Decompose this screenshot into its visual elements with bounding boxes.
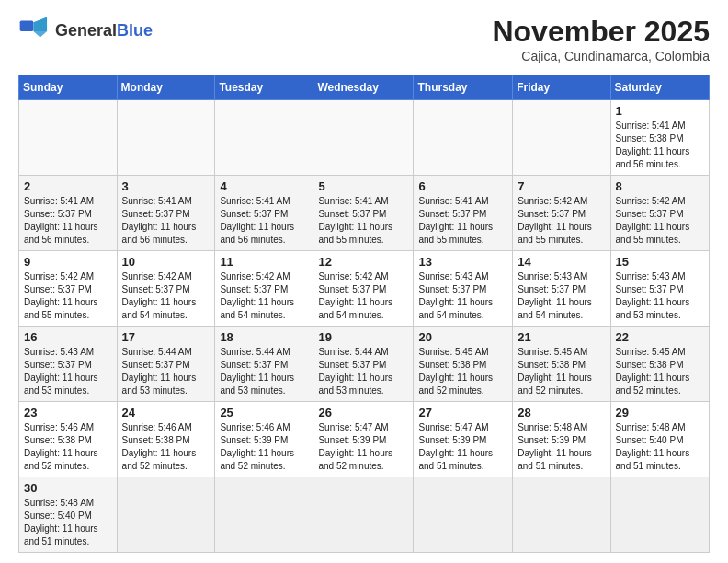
- calendar-cell: [215, 100, 313, 176]
- calendar-cell: [117, 100, 215, 176]
- calendar-body: 1Sunrise: 5:41 AM Sunset: 5:38 PM Daylig…: [19, 100, 710, 553]
- weekday-header-tuesday: Tuesday: [215, 75, 313, 100]
- day-number: 12: [318, 255, 408, 269]
- calendar-header: SundayMondayTuesdayWednesdayThursdayFrid…: [19, 75, 710, 100]
- calendar-week-4: 23Sunrise: 5:46 AM Sunset: 5:38 PM Dayli…: [19, 402, 710, 477]
- calendar-week-0: 1Sunrise: 5:41 AM Sunset: 5:38 PM Daylig…: [19, 100, 710, 176]
- calendar-cell: 27Sunrise: 5:47 AM Sunset: 5:39 PM Dayli…: [414, 402, 513, 477]
- svg-marker-2: [33, 31, 47, 38]
- title-block: November 2025 Cajica, Cundinamarca, Colo…: [492, 15, 710, 63]
- day-number: 1: [616, 104, 704, 118]
- calendar-cell: 4Sunrise: 5:41 AM Sunset: 5:37 PM Daylig…: [215, 176, 313, 251]
- day-number: 30: [24, 481, 112, 495]
- day-info: Sunrise: 5:45 AM Sunset: 5:38 PM Dayligh…: [418, 346, 507, 397]
- calendar-cell: 24Sunrise: 5:46 AM Sunset: 5:38 PM Dayli…: [117, 402, 215, 477]
- day-info: Sunrise: 5:43 AM Sunset: 5:37 PM Dayligh…: [518, 270, 605, 322]
- calendar-cell: 3Sunrise: 5:41 AM Sunset: 5:37 PM Daylig…: [117, 176, 215, 251]
- calendar-cell: 22Sunrise: 5:45 AM Sunset: 5:38 PM Dayli…: [610, 327, 709, 402]
- weekday-header-sunday: Sunday: [19, 75, 118, 100]
- page-header: GeneralBlue November 2025 Cajica, Cundin…: [18, 15, 710, 63]
- day-number: 28: [518, 406, 605, 419]
- day-number: 8: [616, 179, 704, 193]
- day-info: Sunrise: 5:44 AM Sunset: 5:37 PM Dayligh…: [220, 346, 308, 397]
- day-info: Sunrise: 5:43 AM Sunset: 5:37 PM Dayligh…: [24, 346, 112, 397]
- day-info: Sunrise: 5:42 AM Sunset: 5:37 PM Dayligh…: [518, 195, 605, 247]
- day-info: Sunrise: 5:42 AM Sunset: 5:37 PM Dayligh…: [24, 270, 112, 322]
- calendar-cell: 18Sunrise: 5:44 AM Sunset: 5:37 PM Dayli…: [215, 327, 313, 402]
- day-number: 18: [220, 330, 308, 344]
- day-number: 23: [24, 406, 112, 419]
- day-number: 21: [518, 330, 605, 344]
- weekday-header-wednesday: Wednesday: [313, 75, 414, 100]
- calendar-cell: 28Sunrise: 5:48 AM Sunset: 5:39 PM Dayli…: [513, 402, 610, 477]
- location: Cajica, Cundinamarca, Colombia: [492, 49, 710, 63]
- day-number: 19: [318, 330, 408, 344]
- logo-general: General: [55, 21, 117, 40]
- day-info: Sunrise: 5:47 AM Sunset: 5:39 PM Dayligh…: [418, 421, 507, 473]
- calendar-week-3: 16Sunrise: 5:43 AM Sunset: 5:37 PM Dayli…: [19, 327, 710, 402]
- day-info: Sunrise: 5:43 AM Sunset: 5:37 PM Dayligh…: [616, 270, 704, 322]
- day-number: 13: [418, 255, 507, 269]
- day-info: Sunrise: 5:47 AM Sunset: 5:39 PM Dayligh…: [318, 421, 408, 473]
- day-number: 9: [24, 255, 112, 269]
- calendar-cell: [215, 477, 313, 553]
- calendar-week-1: 2Sunrise: 5:41 AM Sunset: 5:37 PM Daylig…: [19, 176, 710, 251]
- calendar-cell: [313, 100, 414, 176]
- svg-marker-1: [33, 17, 47, 31]
- day-info: Sunrise: 5:46 AM Sunset: 5:38 PM Dayligh…: [122, 421, 210, 473]
- day-number: 27: [418, 406, 507, 419]
- day-info: Sunrise: 5:41 AM Sunset: 5:38 PM Dayligh…: [616, 120, 704, 171]
- calendar-cell: 23Sunrise: 5:46 AM Sunset: 5:38 PM Dayli…: [19, 402, 118, 477]
- weekday-row: SundayMondayTuesdayWednesdayThursdayFrid…: [19, 75, 710, 100]
- calendar-cell: 6Sunrise: 5:41 AM Sunset: 5:37 PM Daylig…: [414, 176, 513, 251]
- calendar-cell: [117, 477, 215, 553]
- logo-icon: [18, 15, 51, 48]
- day-number: 15: [616, 255, 704, 269]
- day-info: Sunrise: 5:44 AM Sunset: 5:37 PM Dayligh…: [318, 346, 408, 397]
- day-number: 10: [122, 255, 210, 269]
- day-number: 26: [318, 406, 408, 419]
- calendar-cell: 7Sunrise: 5:42 AM Sunset: 5:37 PM Daylig…: [513, 176, 610, 251]
- logo-blue: Blue: [117, 21, 153, 40]
- day-info: Sunrise: 5:42 AM Sunset: 5:37 PM Dayligh…: [122, 270, 210, 322]
- calendar-cell: 14Sunrise: 5:43 AM Sunset: 5:37 PM Dayli…: [513, 251, 610, 327]
- day-info: Sunrise: 5:45 AM Sunset: 5:38 PM Dayligh…: [518, 346, 605, 397]
- weekday-header-thursday: Thursday: [414, 75, 513, 100]
- calendar-cell: [513, 100, 610, 176]
- weekday-header-monday: Monday: [117, 75, 215, 100]
- calendar-cell: 20Sunrise: 5:45 AM Sunset: 5:38 PM Dayli…: [414, 327, 513, 402]
- day-number: 5: [318, 179, 408, 193]
- calendar-cell: 11Sunrise: 5:42 AM Sunset: 5:37 PM Dayli…: [215, 251, 313, 327]
- calendar-week-5: 30Sunrise: 5:48 AM Sunset: 5:40 PM Dayli…: [19, 477, 710, 553]
- calendar-cell: [610, 477, 709, 553]
- calendar-cell: 25Sunrise: 5:46 AM Sunset: 5:39 PM Dayli…: [215, 402, 313, 477]
- day-number: 16: [24, 330, 112, 344]
- day-info: Sunrise: 5:44 AM Sunset: 5:37 PM Dayligh…: [122, 346, 210, 397]
- weekday-header-friday: Friday: [513, 75, 610, 100]
- svg-rect-0: [20, 21, 34, 31]
- day-info: Sunrise: 5:41 AM Sunset: 5:37 PM Dayligh…: [318, 195, 408, 247]
- calendar-cell: 26Sunrise: 5:47 AM Sunset: 5:39 PM Dayli…: [313, 402, 414, 477]
- day-info: Sunrise: 5:43 AM Sunset: 5:37 PM Dayligh…: [418, 270, 507, 322]
- calendar-cell: 21Sunrise: 5:45 AM Sunset: 5:38 PM Dayli…: [513, 327, 610, 402]
- calendar-cell: 1Sunrise: 5:41 AM Sunset: 5:38 PM Daylig…: [610, 100, 709, 176]
- day-info: Sunrise: 5:41 AM Sunset: 5:37 PM Dayligh…: [24, 195, 112, 247]
- calendar-cell: [414, 477, 513, 553]
- day-number: 7: [518, 179, 605, 193]
- calendar-cell: 12Sunrise: 5:42 AM Sunset: 5:37 PM Dayli…: [313, 251, 414, 327]
- calendar-cell: 13Sunrise: 5:43 AM Sunset: 5:37 PM Dayli…: [414, 251, 513, 327]
- calendar-cell: 30Sunrise: 5:48 AM Sunset: 5:40 PM Dayli…: [19, 477, 118, 553]
- day-info: Sunrise: 5:41 AM Sunset: 5:37 PM Dayligh…: [122, 195, 210, 247]
- day-info: Sunrise: 5:42 AM Sunset: 5:37 PM Dayligh…: [318, 270, 408, 322]
- day-number: 4: [220, 179, 308, 193]
- weekday-header-saturday: Saturday: [610, 75, 709, 100]
- calendar-cell: [513, 477, 610, 553]
- calendar-table: SundayMondayTuesdayWednesdayThursdayFrid…: [18, 75, 710, 553]
- calendar-cell: [414, 100, 513, 176]
- day-info: Sunrise: 5:48 AM Sunset: 5:39 PM Dayligh…: [518, 421, 605, 473]
- calendar-cell: 8Sunrise: 5:42 AM Sunset: 5:37 PM Daylig…: [610, 176, 709, 251]
- calendar-cell: 9Sunrise: 5:42 AM Sunset: 5:37 PM Daylig…: [19, 251, 118, 327]
- day-info: Sunrise: 5:48 AM Sunset: 5:40 PM Dayligh…: [616, 421, 704, 473]
- day-number: 6: [418, 179, 507, 193]
- day-info: Sunrise: 5:46 AM Sunset: 5:38 PM Dayligh…: [24, 421, 112, 473]
